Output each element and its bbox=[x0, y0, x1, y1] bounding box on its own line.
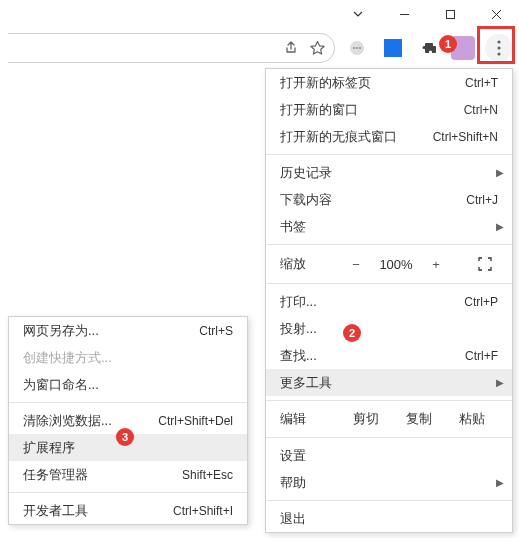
edit-label: 编辑 bbox=[280, 410, 340, 428]
maximize-button[interactable] bbox=[427, 0, 473, 28]
menu-label: 投射... bbox=[280, 320, 498, 338]
menu-exit[interactable]: 退出 bbox=[266, 505, 512, 532]
zoom-label: 缩放 bbox=[280, 255, 340, 273]
minimize-button[interactable] bbox=[381, 0, 427, 28]
menu-separator bbox=[266, 437, 512, 438]
window-controls bbox=[335, 0, 519, 28]
fullscreen-icon bbox=[478, 257, 492, 271]
submenu-label: 为窗口命名... bbox=[23, 376, 233, 394]
zoom-in-button[interactable]: + bbox=[420, 257, 452, 272]
menu-label: 帮助 bbox=[280, 474, 498, 492]
submenu-task-manager[interactable]: 任务管理器 Shift+Esc bbox=[9, 461, 247, 488]
submenu-shortcut: Ctrl+S bbox=[199, 324, 233, 338]
svg-point-2 bbox=[353, 47, 355, 49]
close-icon bbox=[491, 9, 502, 20]
menu-label: 历史记录 bbox=[280, 164, 498, 182]
annotation-badge-3: 3 bbox=[116, 428, 134, 446]
submenu-name-window[interactable]: 为窗口命名... bbox=[9, 371, 247, 398]
submenu-shortcut: Ctrl+Shift+I bbox=[173, 504, 233, 518]
menu-label: 退出 bbox=[280, 510, 498, 528]
menu-label: 打开新的无痕式窗口 bbox=[280, 128, 433, 146]
menu-label: 打开新的窗口 bbox=[280, 101, 464, 119]
menu-find[interactable]: 查找... Ctrl+F bbox=[266, 342, 512, 369]
menu-bookmarks[interactable]: 书签 ▶ bbox=[266, 213, 512, 240]
menu-zoom: 缩放 − 100% + bbox=[266, 249, 512, 279]
menu-label: 查找... bbox=[280, 347, 465, 365]
menu-separator bbox=[266, 244, 512, 245]
menu-label: 书签 bbox=[280, 218, 498, 236]
app-icon[interactable] bbox=[379, 34, 407, 62]
fullscreen-button[interactable] bbox=[472, 254, 498, 274]
menu-help[interactable]: 帮助 ▶ bbox=[266, 469, 512, 496]
extensions-icon[interactable] bbox=[415, 34, 443, 62]
close-button[interactable] bbox=[473, 0, 519, 28]
menu-shortcut: Ctrl+N bbox=[464, 103, 498, 117]
menu-edit: 编辑 剪切 复制 粘贴 bbox=[266, 405, 512, 433]
menu-shortcut: Ctrl+F bbox=[465, 349, 498, 363]
menu-separator bbox=[266, 283, 512, 284]
zoom-value: 100% bbox=[372, 257, 420, 272]
menu-label: 打印... bbox=[280, 293, 464, 311]
submenu-arrow-icon: ▶ bbox=[496, 221, 504, 232]
submenu-arrow-icon: ▶ bbox=[496, 167, 504, 178]
submenu-label: 创建快捷方式... bbox=[23, 349, 233, 367]
annotation-highlight-box bbox=[477, 26, 515, 64]
menu-label: 更多工具 bbox=[280, 374, 498, 392]
chat-icon[interactable] bbox=[343, 34, 371, 62]
menu-shortcut: Ctrl+Shift+N bbox=[433, 130, 498, 144]
menu-new-tab[interactable]: 打开新的标签页 Ctrl+T bbox=[266, 69, 512, 96]
annotation-badge-2: 2 bbox=[343, 324, 361, 342]
submenu-save-as[interactable]: 网页另存为... Ctrl+S bbox=[9, 317, 247, 344]
maximize-icon bbox=[445, 9, 456, 20]
star-icon[interactable] bbox=[309, 40, 326, 57]
main-menu: 打开新的标签页 Ctrl+T 打开新的窗口 Ctrl+N 打开新的无痕式窗口 C… bbox=[265, 68, 513, 533]
submenu-label: 开发者工具 bbox=[23, 502, 173, 520]
submenu-dev-tools[interactable]: 开发者工具 Ctrl+Shift+I bbox=[9, 497, 247, 524]
menu-print[interactable]: 打印... Ctrl+P bbox=[266, 288, 512, 315]
submenu-label: 网页另存为... bbox=[23, 322, 199, 340]
tab-dropdown-button[interactable] bbox=[335, 0, 381, 28]
menu-shortcut: Ctrl+J bbox=[466, 193, 498, 207]
menu-more-tools[interactable]: 更多工具 ▶ bbox=[266, 369, 512, 396]
submenu-create-shortcut: 创建快捷方式... bbox=[9, 344, 247, 371]
copy-button[interactable]: 复制 bbox=[393, 410, 446, 428]
blue-square-icon bbox=[384, 39, 402, 57]
chevron-down-icon bbox=[352, 8, 364, 20]
menu-separator bbox=[9, 402, 247, 403]
more-tools-submenu: 网页另存为... Ctrl+S 创建快捷方式... 为窗口命名... 清除浏览数… bbox=[8, 316, 248, 525]
menu-separator bbox=[266, 500, 512, 501]
menu-label: 设置 bbox=[280, 447, 498, 465]
minimize-icon bbox=[399, 9, 410, 20]
menu-shortcut: Ctrl+T bbox=[465, 76, 498, 90]
menu-shortcut: Ctrl+P bbox=[464, 295, 498, 309]
svg-rect-0 bbox=[446, 10, 454, 18]
menu-history[interactable]: 历史记录 ▶ bbox=[266, 159, 512, 186]
svg-point-4 bbox=[359, 47, 361, 49]
menu-cast[interactable]: 投射... bbox=[266, 315, 512, 342]
submenu-label: 任务管理器 bbox=[23, 466, 182, 484]
menu-settings[interactable]: 设置 bbox=[266, 442, 512, 469]
cut-button[interactable]: 剪切 bbox=[340, 410, 393, 428]
submenu-arrow-icon: ▶ bbox=[496, 377, 504, 388]
zoom-out-button[interactable]: − bbox=[340, 257, 372, 272]
menu-new-window[interactable]: 打开新的窗口 Ctrl+N bbox=[266, 96, 512, 123]
svg-point-3 bbox=[356, 47, 358, 49]
annotation-badge-1: 1 bbox=[439, 35, 457, 53]
menu-separator bbox=[9, 492, 247, 493]
menu-label: 打开新的标签页 bbox=[280, 74, 465, 92]
menu-label: 下载内容 bbox=[280, 191, 466, 209]
url-bar[interactable] bbox=[8, 33, 335, 63]
paste-button[interactable]: 粘贴 bbox=[445, 410, 498, 428]
menu-separator bbox=[266, 154, 512, 155]
submenu-arrow-icon: ▶ bbox=[496, 477, 504, 488]
submenu-shortcut: Ctrl+Shift+Del bbox=[158, 414, 233, 428]
menu-downloads[interactable]: 下载内容 Ctrl+J bbox=[266, 186, 512, 213]
submenu-shortcut: Shift+Esc bbox=[182, 468, 233, 482]
menu-separator bbox=[266, 400, 512, 401]
menu-new-incognito[interactable]: 打开新的无痕式窗口 Ctrl+Shift+N bbox=[266, 123, 512, 150]
share-icon[interactable] bbox=[283, 40, 299, 56]
submenu-label: 清除浏览数据... bbox=[23, 412, 158, 430]
